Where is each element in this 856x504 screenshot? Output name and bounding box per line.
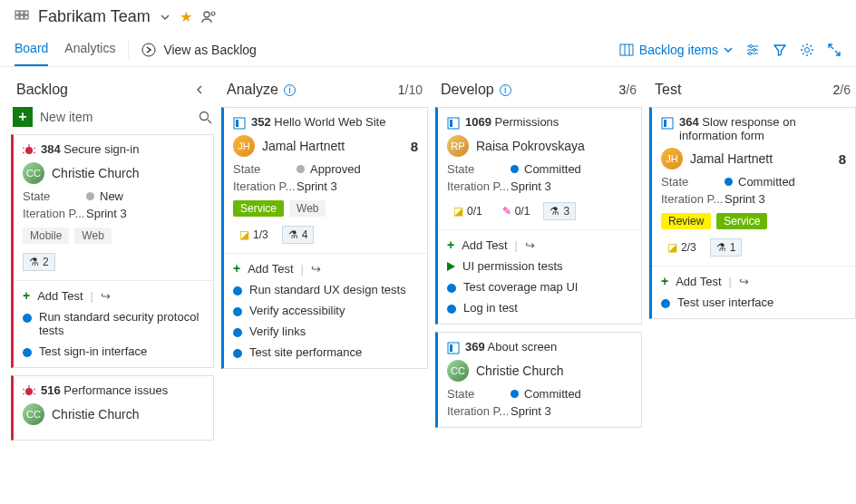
test-dot-icon xyxy=(233,349,242,358)
card-id: 516 xyxy=(41,383,61,397)
iteration-value: Sprint 3 xyxy=(511,179,632,193)
play-icon xyxy=(447,262,455,271)
info-icon[interactable]: i xyxy=(284,84,296,96)
svg-line-30 xyxy=(34,389,35,390)
assignee-name: Christie Church xyxy=(52,407,139,422)
svg-line-20 xyxy=(208,120,211,123)
star-icon[interactable]: ★ xyxy=(180,8,192,25)
test-item[interactable]: Test site performance xyxy=(233,345,418,359)
people-icon[interactable] xyxy=(201,9,218,25)
flask-icon: ⚗ xyxy=(29,256,39,268)
assignee-name: Raisa Pokrovskaya xyxy=(476,139,585,153)
tag-service[interactable]: Service xyxy=(716,213,767,229)
card-516[interactable]: 516 Performance issues CC Christie Churc… xyxy=(11,375,214,441)
gear-icon[interactable] xyxy=(800,43,814,57)
tab-board[interactable]: Board xyxy=(15,34,48,66)
state-label: State xyxy=(447,387,511,401)
test-count-pill[interactable]: ⚗3 xyxy=(543,202,576,220)
task-count-pill[interactable]: ◪0/1 xyxy=(447,202,489,220)
edit-count-pill[interactable]: ✎0/1 xyxy=(496,202,537,220)
assignee-name: Jamal Hartnett xyxy=(690,151,773,166)
card-title-text: About screen xyxy=(488,340,558,354)
column-title-analyze: Analyze xyxy=(227,82,278,98)
state-value: Committed xyxy=(524,387,581,401)
tag-review[interactable]: Review xyxy=(661,213,711,229)
card-352[interactable]: 352 Hello World Web Site JH Jamal Hartne… xyxy=(221,107,428,369)
chevron-down-icon[interactable] xyxy=(160,12,170,23)
avatar: CC xyxy=(23,162,44,184)
svg-line-26 xyxy=(34,152,35,153)
arrow-right-icon xyxy=(141,43,156,57)
add-test-button[interactable]: +Add Test|↪ xyxy=(661,274,846,288)
test-count-pill[interactable]: ⚗4 xyxy=(282,226,315,244)
new-item-label: New item xyxy=(40,110,92,124)
add-test-button[interactable]: +Add Test|↪ xyxy=(233,261,418,276)
test-item[interactable]: Test sign-in interface xyxy=(23,344,204,358)
kanban-board: Backlog + New item 384 Secure sign-in xyxy=(0,67,856,489)
pbi-icon xyxy=(233,117,246,130)
settings-sliders-icon[interactable] xyxy=(745,43,760,57)
test-count-pill[interactable]: ⚗1 xyxy=(710,238,743,257)
pbi-icon xyxy=(447,342,460,354)
tag-mobile[interactable]: Mobile xyxy=(23,228,69,244)
test-count-pill[interactable]: ⚗2 xyxy=(23,253,55,271)
tag-web[interactable]: Web xyxy=(74,228,111,244)
svg-rect-40 xyxy=(664,120,666,127)
tab-analytics[interactable]: Analytics xyxy=(64,34,115,66)
card-1069[interactable]: 1069 Permissions RP Raisa Pokrovskaya St… xyxy=(435,107,642,325)
new-item-button[interactable]: + xyxy=(13,107,33,127)
task-count-pill[interactable]: ◪2/3 xyxy=(661,238,703,257)
test-item[interactable]: Test user interface xyxy=(661,296,846,309)
link-arrow-icon[interactable]: ↪ xyxy=(739,275,749,288)
assignee-name: Jamal Hartnett xyxy=(262,139,345,153)
svg-line-25 xyxy=(23,152,24,153)
test-item[interactable]: UI permission tests xyxy=(447,259,632,273)
backlog-items-dropdown[interactable]: Backlog items xyxy=(619,43,733,57)
link-arrow-icon[interactable]: ↪ xyxy=(525,238,535,252)
card-384[interactable]: 384 Secure sign-in CC Christie Church St… xyxy=(11,134,214,368)
state-value: Approved xyxy=(310,162,361,176)
view-as-backlog-label: View as Backlog xyxy=(163,43,256,57)
bug-icon xyxy=(23,385,35,398)
tag-web[interactable]: Web xyxy=(289,200,326,217)
test-item[interactable]: Verify links xyxy=(233,325,418,338)
test-item[interactable]: Verify accessibility xyxy=(233,304,418,317)
svg-rect-34 xyxy=(236,120,238,127)
svg-rect-35 xyxy=(448,118,459,129)
clipboard-icon: ◪ xyxy=(453,205,463,218)
test-item[interactable]: Run standard security protocol tests xyxy=(23,310,204,337)
task-count-pill[interactable]: ◪1/3 xyxy=(233,226,275,244)
svg-rect-33 xyxy=(234,118,245,129)
link-arrow-icon[interactable]: ↪ xyxy=(101,289,111,303)
test-item[interactable]: Log in test xyxy=(447,301,632,315)
test-dot-icon xyxy=(233,286,242,296)
svg-line-29 xyxy=(23,389,24,390)
collapse-column-button[interactable] xyxy=(190,84,209,95)
column-count: 1 xyxy=(398,82,405,97)
card-369[interactable]: 369 About screen CC Christie Church Stat… xyxy=(435,332,642,428)
test-dot-icon xyxy=(23,348,32,357)
test-item[interactable]: Test coverage map UI xyxy=(447,280,632,294)
tag-service[interactable]: Service xyxy=(233,200,284,217)
add-test-button[interactable]: +Add Test|↪ xyxy=(447,237,632,252)
svg-point-18 xyxy=(805,48,810,53)
card-id: 1069 xyxy=(465,115,491,129)
view-as-backlog-button[interactable]: View as Backlog xyxy=(141,43,256,57)
svg-point-17 xyxy=(749,53,752,55)
fullscreen-icon[interactable] xyxy=(827,43,841,57)
search-icon[interactable] xyxy=(199,111,212,124)
add-test-button[interactable]: +Add Test|↪ xyxy=(23,288,204,303)
svg-rect-39 xyxy=(662,118,673,129)
test-item[interactable]: Run standard UX design tests xyxy=(233,283,418,296)
filter-icon[interactable] xyxy=(773,43,787,57)
column-title-test: Test xyxy=(655,82,681,98)
link-arrow-icon[interactable]: ↪ xyxy=(311,262,321,276)
iteration-value: Sprint 3 xyxy=(86,207,204,220)
team-name[interactable]: Fabrikam Team xyxy=(38,7,151,26)
card-364[interactable]: 364 Slow response on information form JH… xyxy=(649,107,856,319)
iteration-label: Iteration P... xyxy=(233,179,297,193)
card-id: 369 xyxy=(465,340,485,354)
column-analyze: Analyzei 1/10 352 Hello World Web Site J… xyxy=(221,78,428,479)
info-icon[interactable]: i xyxy=(500,84,511,96)
state-dot-icon xyxy=(511,390,519,398)
